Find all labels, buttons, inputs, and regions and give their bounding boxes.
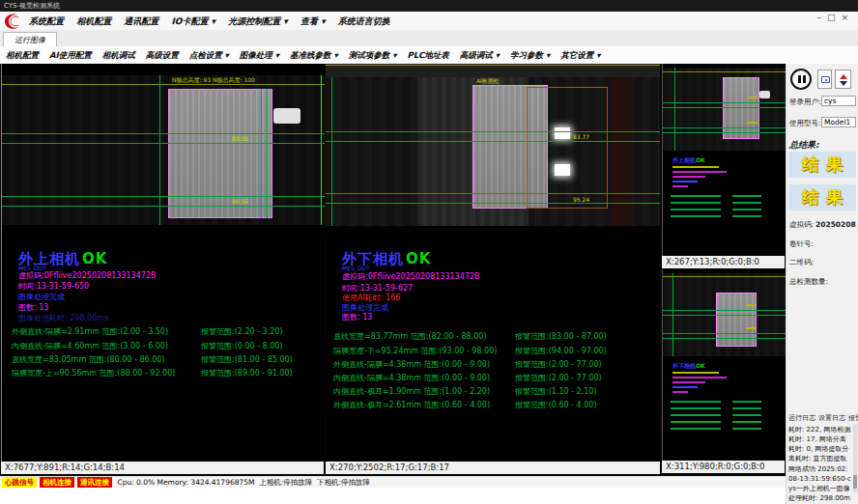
model-field[interactable]: Model1 bbox=[821, 117, 856, 127]
thumb2-image bbox=[663, 273, 786, 356]
cpu-memory-text: Cpu: 0.0% Memory: 3424.41796875M bbox=[117, 478, 254, 487]
log-tabs: 运行日志设置日志报警日志 bbox=[788, 413, 858, 423]
measure-line bbox=[2, 206, 325, 207]
measure-value: 内侧直线-隔膜=4.60mm 范围:(3.00 - 6.00) bbox=[12, 342, 168, 350]
barcode-line: 虚拟码:0Ffliive2025020813313472B bbox=[18, 270, 156, 281]
tool-baseline-params[interactable]: 基准线参数 ▾ bbox=[290, 50, 338, 60]
result-ok: OK bbox=[406, 250, 431, 267]
measure-value: 外侧直线-极耳=2.61mm 范围:(0.60 - 4.00) bbox=[333, 401, 490, 409]
menu-io-config[interactable]: IO卡配置 ▾ bbox=[171, 16, 215, 26]
mes-flag: MES_OUT bbox=[342, 265, 370, 271]
alarm-range: 报警范围:(89.00 - 91.00) bbox=[201, 368, 293, 378]
edge-detect-line bbox=[261, 89, 262, 218]
measure-row: 内侧直线-极耳=1.90mm 范围:(1.00 - 2.20) 报警范围:(1.… bbox=[333, 386, 490, 397]
left-edge-line bbox=[321, 75, 322, 225]
measure-line bbox=[326, 203, 660, 204]
pause-button[interactable] bbox=[790, 69, 812, 90]
left-camera-image[interactable]: N极总高度: 93 N极总高度: 100 83.05 90.56 bbox=[2, 75, 325, 225]
measure-value: 内侧直线-极耳=1.90mm 范围:(1.00 - 2.20) bbox=[333, 387, 490, 396]
measure-value: 隔膜宽度-下=95.24mm 范围:(93.00 - 98.00) bbox=[333, 347, 497, 355]
bottom-margin bbox=[0, 488, 786, 504]
measure-line bbox=[2, 133, 325, 134]
tool-spotcheck[interactable]: 点检设置 ▾ bbox=[189, 50, 229, 60]
machine-band bbox=[326, 64, 660, 77]
connector-tab bbox=[273, 108, 300, 124]
measure-row: 外侧直线-极耳=2.61mm 范围:(0.60 - 4.00) 报警范围:(0.… bbox=[333, 400, 490, 410]
measure-row: 内侧直线-隔膜=4.60mm 范围:(3.00 - 6.00) 报警范围:(0.… bbox=[12, 341, 168, 351]
alarm-range: 报警范围:(0.00 - 8.00) bbox=[201, 341, 283, 351]
menu-comm-config[interactable]: 通讯配置 bbox=[124, 16, 158, 26]
lower-camera-status: 下相机:停拍故障 bbox=[317, 478, 370, 487]
close-button[interactable]: × bbox=[841, 13, 854, 22]
comm-status-badge: 通讯连接 bbox=[77, 477, 112, 488]
edge-detect-line bbox=[267, 89, 268, 218]
baseline-vertical bbox=[331, 77, 332, 226]
right-sidebar: 登录用户: cys 使用型号: Model1 总结果: 结果 结果 虚拟码: 2… bbox=[786, 64, 858, 504]
tool-camera-config[interactable]: 相机配置 bbox=[6, 50, 39, 60]
measure-value: 隔膜宽度-上=90.56mm 范围:(88.00 - 92.00) bbox=[12, 369, 175, 378]
thumbnail-upper-camera[interactable]: 外上相机OK bbox=[662, 64, 786, 256]
tab-strip bbox=[0, 30, 858, 47]
toolbar-items: 相机配置 AI使用配置 相机调试 高级设置 点检设置 ▾ 图像处理 ▾ 基准线参… bbox=[6, 50, 608, 62]
log-tab-alarm[interactable]: 报警日志 bbox=[848, 414, 858, 422]
reflective-spot bbox=[555, 127, 570, 139]
tool-other-settings[interactable]: 其它设置 ▾ bbox=[560, 50, 600, 60]
tool-advanced-settings[interactable]: 高级设置 bbox=[146, 50, 179, 60]
alarm-range: 报警范围:(2.00 - 77.00) bbox=[515, 359, 602, 370]
switch-view-button[interactable] bbox=[835, 70, 851, 89]
tool-ai-config[interactable]: AI使用配置 bbox=[49, 50, 92, 60]
maximize-button[interactable]: □ bbox=[827, 13, 842, 22]
tool-camera-debug[interactable]: 相机调试 bbox=[102, 50, 135, 60]
tool-test-params[interactable]: 测试项参数 ▾ bbox=[349, 50, 397, 60]
thumbnail-lower-camera[interactable]: 外下相机OK bbox=[662, 269, 786, 461]
frame-count-line: 图数: 13 bbox=[18, 302, 48, 313]
model-label: 使用型号: bbox=[789, 119, 821, 128]
width-marker: 83.05 bbox=[232, 135, 248, 142]
measure-value: 内侧直线-隔膜=4.38mm 范围:(0.00 - 9.00) bbox=[333, 374, 490, 382]
ai-detect-box bbox=[527, 87, 608, 209]
needle-label: 卷针号: bbox=[789, 239, 814, 249]
tool-plc-table[interactable]: PLC地址表 bbox=[407, 50, 448, 60]
upper-reference-line bbox=[326, 65, 660, 66]
app-window: CYS-视觉检测系统 系统配置 相机配置 通讯配置 IO卡配置 ▾ 光源控制配置… bbox=[0, 0, 858, 504]
menu-items: 系统配置 相机配置 通讯配置 IO卡配置 ▾ 光源控制配置 ▾ 查看 ▾ 系统语… bbox=[29, 15, 400, 28]
camera-toggle-button[interactable] bbox=[817, 70, 832, 89]
tool-image-process[interactable]: 图像处理 ▾ bbox=[240, 50, 279, 60]
menu-language[interactable]: 系统语言切换 bbox=[338, 16, 390, 26]
log-tab-run[interactable]: 运行日志 bbox=[788, 414, 815, 422]
tool-advanced-debug[interactable]: 高级调试 ▾ bbox=[460, 50, 500, 60]
arrow-down-icon bbox=[840, 81, 847, 86]
user-field[interactable]: cys bbox=[821, 96, 856, 106]
window-title: CYS-视觉检测系统 bbox=[4, 2, 60, 10]
log-scrollbar[interactable] bbox=[853, 425, 857, 492]
menu-system-config[interactable]: 系统配置 bbox=[29, 16, 64, 26]
time-line: 时间:13-31-59-650 bbox=[18, 281, 89, 292]
log-tab-settings[interactable]: 设置日志 bbox=[818, 414, 845, 422]
menu-light-config[interactable]: 光源控制配置 ▾ bbox=[228, 16, 288, 26]
width-marker: 95.24 bbox=[573, 196, 589, 203]
middle-camera-panel[interactable]: AI检测框 83.77 95.24 外下相机OK MES_OUT 虚拟码:0Ff… bbox=[326, 64, 660, 462]
barcode-value: 20250208 bbox=[815, 220, 856, 229]
thumb1-title: 外上相机OK bbox=[672, 156, 705, 165]
middle-coord-status: X:270;Y:2502;R:17;G:17;B:17 bbox=[326, 462, 660, 474]
menu-view[interactable]: 查看 ▾ bbox=[300, 16, 326, 26]
middle-camera-image[interactable]: AI检测框 83.77 95.24 bbox=[326, 64, 660, 226]
alarm-range: 报警范围:(2.00 - 77.00) bbox=[515, 373, 602, 383]
tool-learn-params[interactable]: 学习参数 ▾ bbox=[510, 50, 550, 60]
width-marker: 83.77 bbox=[573, 133, 589, 140]
measure-row: 内侧直线-隔膜=4.38mm 范围:(0.00 - 9.00) 报警范围:(2.… bbox=[333, 373, 490, 383]
status-bar: 心跳信号相机连接通讯连接 Cpu: 0.0% Memory: 3424.4179… bbox=[0, 476, 786, 488]
alarm-range: 报警范围:(0.60 - 4.00) bbox=[515, 400, 597, 410]
alarm-range: 报警范围:(2.20 - 3.20) bbox=[201, 326, 283, 337]
alarm-range: 报警范围:(83.00 - 87.00) bbox=[515, 331, 607, 342]
left-camera-panel[interactable]: N极总高度: 93 N极总高度: 100 83.05 90.56 外上相机OK … bbox=[1, 64, 325, 462]
heartbeat-badge: 心跳信号 bbox=[2, 477, 37, 488]
tab-run-image[interactable]: 运行图像 bbox=[3, 32, 57, 47]
measure-row: 直线宽度=83.05mm 范围:(80.00 - 86.00) 报警范围:(81… bbox=[12, 354, 164, 365]
measure-value: 外侧直线-隔膜=4.38mm 范围:(0.00 - 9.00) bbox=[333, 360, 490, 369]
minimize-button[interactable]: – bbox=[816, 13, 827, 22]
menu-camera-config[interactable]: 相机配置 bbox=[76, 16, 111, 26]
measure-value: 直线宽度=83.05mm 范围:(80.00 - 86.00) bbox=[12, 355, 164, 364]
title-bar: CYS-视觉检测系统 bbox=[0, 0, 858, 12]
total-result-label: 总结果: bbox=[789, 139, 819, 152]
